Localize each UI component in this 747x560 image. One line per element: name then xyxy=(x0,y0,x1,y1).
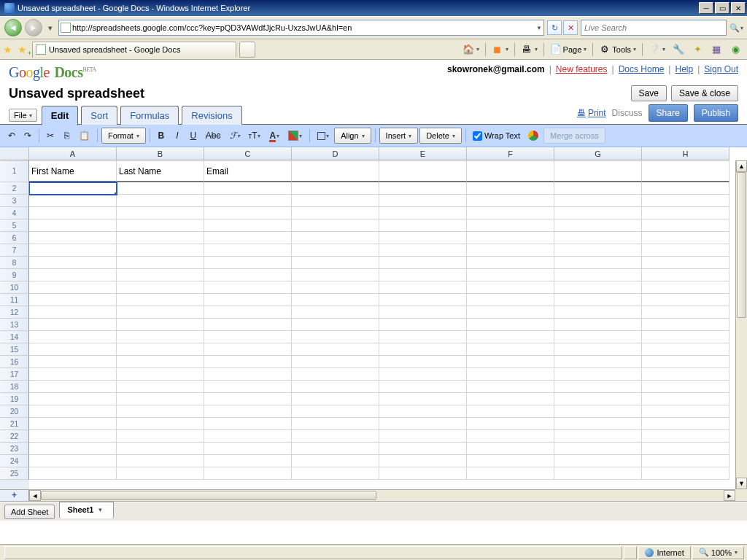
row-header[interactable]: 14 xyxy=(0,331,29,343)
cell[interactable] xyxy=(117,269,204,281)
cell[interactable] xyxy=(292,418,379,430)
cell[interactable] xyxy=(292,244,379,257)
row-header[interactable]: 4 xyxy=(0,207,29,219)
tab-revisions[interactable]: Revisions xyxy=(182,106,241,125)
cell[interactable] xyxy=(292,281,379,294)
cell[interactable]: Email xyxy=(204,160,292,182)
cut-button[interactable]: ✂ xyxy=(43,128,58,144)
scroll-right-arrow[interactable]: ► xyxy=(724,490,735,501)
select-all-corner[interactable] xyxy=(0,147,29,160)
cell[interactable] xyxy=(29,455,117,467)
cell[interactable] xyxy=(204,331,292,343)
favorites-star-icon[interactable]: ★ xyxy=(3,44,15,55)
vscroll-thumb[interactable] xyxy=(737,172,746,318)
tab-edit[interactable]: Edit xyxy=(42,106,79,125)
cell[interactable] xyxy=(379,443,467,455)
cell[interactable] xyxy=(642,455,729,467)
row-header[interactable]: 10 xyxy=(0,281,29,294)
cell[interactable] xyxy=(292,405,379,418)
cell[interactable] xyxy=(292,393,379,405)
cell[interactable] xyxy=(117,455,204,467)
cell[interactable]: Last Name xyxy=(117,160,204,182)
cell[interactable] xyxy=(379,182,467,195)
cell[interactable] xyxy=(642,294,729,306)
cell[interactable] xyxy=(642,195,729,207)
cell[interactable] xyxy=(292,160,379,182)
column-header[interactable]: C xyxy=(204,147,292,160)
cell[interactable] xyxy=(554,281,642,294)
cell[interactable] xyxy=(379,160,467,182)
cell[interactable] xyxy=(117,356,204,368)
row-header[interactable]: 17 xyxy=(0,368,29,381)
cell[interactable] xyxy=(29,195,117,207)
cell[interactable] xyxy=(117,443,204,455)
cell[interactable] xyxy=(117,368,204,381)
share-button[interactable]: Share xyxy=(649,104,688,122)
cell[interactable] xyxy=(642,405,729,418)
format-menu[interactable]: Format▾ xyxy=(101,128,146,144)
paste-button[interactable]: 📋 xyxy=(75,128,93,144)
cell[interactable] xyxy=(29,467,117,480)
url-input[interactable] xyxy=(72,21,535,34)
cell[interactable] xyxy=(204,232,292,244)
row-header[interactable]: 1 xyxy=(0,160,29,182)
cell[interactable] xyxy=(554,294,642,306)
feeds-button[interactable]: ◼▾ xyxy=(489,42,511,57)
cell[interactable] xyxy=(642,160,729,182)
add-sheet-button[interactable]: Add Sheet xyxy=(4,505,55,519)
cell[interactable] xyxy=(467,219,554,232)
row-header[interactable]: 11 xyxy=(0,294,29,306)
row-header[interactable]: 3 xyxy=(0,195,29,207)
cell[interactable] xyxy=(554,356,642,368)
cell[interactable] xyxy=(467,182,554,195)
cell[interactable] xyxy=(554,443,642,455)
cell[interactable] xyxy=(642,368,729,381)
cell[interactable] xyxy=(29,257,117,269)
cell[interactable] xyxy=(379,455,467,467)
home-button[interactable]: 🏠▾ xyxy=(460,42,482,57)
cell[interactable] xyxy=(467,331,554,343)
cell[interactable] xyxy=(29,368,117,381)
cell[interactable] xyxy=(467,319,554,331)
browser-tab[interactable]: Unsaved spreadsheet - Google Docs xyxy=(32,42,236,58)
cell[interactable] xyxy=(554,195,642,207)
cell[interactable] xyxy=(554,393,642,405)
hscroll-thumb[interactable] xyxy=(41,491,376,500)
cell[interactable] xyxy=(554,381,642,393)
cell[interactable] xyxy=(204,195,292,207)
horizontal-scrollbar[interactable]: ◄ ► xyxy=(29,489,735,501)
cell[interactable] xyxy=(204,381,292,393)
cell[interactable] xyxy=(29,319,117,331)
column-header[interactable]: E xyxy=(379,147,467,160)
add-rows-button[interactable]: + xyxy=(0,489,29,501)
address-bar[interactable]: ▼ xyxy=(58,20,544,36)
column-header[interactable]: F xyxy=(467,147,554,160)
cell[interactable] xyxy=(117,232,204,244)
cell[interactable] xyxy=(642,219,729,232)
cell[interactable] xyxy=(379,418,467,430)
cell[interactable] xyxy=(29,232,117,244)
cell[interactable] xyxy=(117,257,204,269)
ie-addon3-icon[interactable]: ▦ xyxy=(708,42,725,57)
cell[interactable] xyxy=(117,405,204,418)
cell[interactable] xyxy=(467,294,554,306)
cell[interactable] xyxy=(379,430,467,443)
cell[interactable] xyxy=(379,343,467,356)
row-header[interactable]: 13 xyxy=(0,319,29,331)
cell[interactable] xyxy=(642,281,729,294)
page-menu[interactable]: 📄Page▾ xyxy=(547,42,590,57)
cell[interactable] xyxy=(467,455,554,467)
tab-sort[interactable]: Sort xyxy=(81,106,117,125)
cell[interactable] xyxy=(29,281,117,294)
cell[interactable] xyxy=(292,430,379,443)
cell[interactable] xyxy=(29,269,117,281)
row-header[interactable]: 5 xyxy=(0,219,29,232)
cell[interactable] xyxy=(379,467,467,480)
row-header[interactable]: 18 xyxy=(0,381,29,393)
cell[interactable] xyxy=(29,405,117,418)
minimize-button[interactable]: ─ xyxy=(699,2,713,14)
cell[interactable] xyxy=(292,467,379,480)
cell[interactable] xyxy=(467,467,554,480)
cell[interactable] xyxy=(554,207,642,219)
cell[interactable] xyxy=(29,306,117,319)
